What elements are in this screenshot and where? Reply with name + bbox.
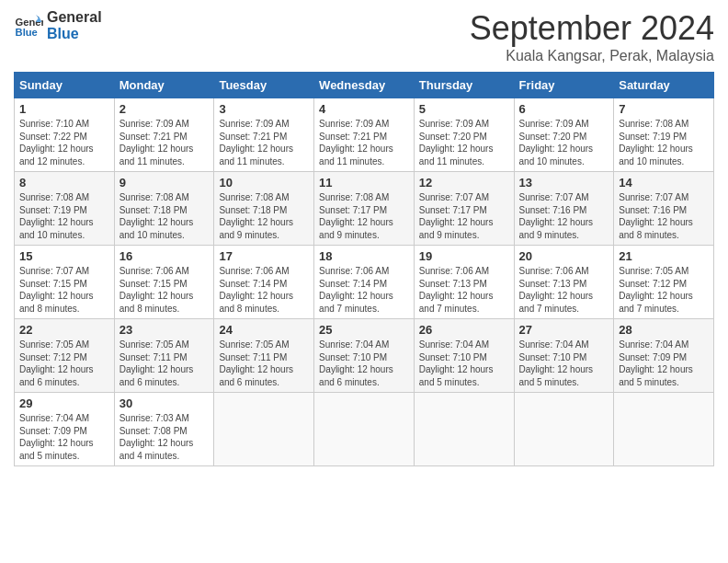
cell-info: Sunrise: 7:09 AM Sunset: 7:20 PM Dayligh…: [419, 118, 509, 167]
day-number: 7: [619, 102, 709, 116]
calendar-cell: 9Sunrise: 7:08 AM Sunset: 7:18 PM Daylig…: [114, 172, 214, 246]
calendar-cell: 27Sunrise: 7:04 AM Sunset: 7:10 PM Dayli…: [514, 319, 614, 393]
calendar-cell: 4Sunrise: 7:09 AM Sunset: 7:21 PM Daylig…: [314, 98, 415, 172]
calendar-cell: 19Sunrise: 7:06 AM Sunset: 7:13 PM Dayli…: [414, 246, 514, 319]
day-number: 24: [219, 323, 309, 337]
day-number: 4: [319, 102, 409, 116]
day-number: 14: [619, 176, 709, 190]
cell-info: Sunrise: 7:08 AM Sunset: 7:18 PM Dayligh…: [219, 191, 309, 241]
calendar-cell: 22Sunrise: 7:05 AM Sunset: 7:12 PM Dayli…: [15, 319, 115, 393]
calendar-cell: 10Sunrise: 7:08 AM Sunset: 7:18 PM Dayli…: [214, 172, 314, 246]
calendar-cell: 8Sunrise: 7:08 AM Sunset: 7:19 PM Daylig…: [15, 172, 115, 246]
calendar-cell: 2Sunrise: 7:09 AM Sunset: 7:21 PM Daylig…: [114, 98, 214, 172]
cell-info: Sunrise: 7:07 AM Sunset: 7:17 PM Dayligh…: [419, 191, 509, 241]
calendar-cell: 13Sunrise: 7:07 AM Sunset: 7:16 PM Dayli…: [514, 172, 614, 246]
calendar-cell: 3Sunrise: 7:09 AM Sunset: 7:21 PM Daylig…: [214, 98, 314, 172]
cell-info: Sunrise: 7:06 AM Sunset: 7:13 PM Dayligh…: [519, 265, 609, 315]
cell-info: Sunrise: 7:04 AM Sunset: 7:10 PM Dayligh…: [419, 339, 509, 388]
day-number: 12: [419, 176, 509, 190]
calendar-cell: [214, 393, 314, 466]
weekday-header-friday: Friday: [514, 73, 614, 98]
cell-info: Sunrise: 7:06 AM Sunset: 7:15 PM Dayligh…: [119, 265, 210, 315]
calendar-week-row: 15Sunrise: 7:07 AM Sunset: 7:15 PM Dayli…: [15, 246, 714, 319]
cell-info: Sunrise: 7:10 AM Sunset: 7:22 PM Dayligh…: [19, 118, 109, 167]
cell-info: Sunrise: 7:07 AM Sunset: 7:16 PM Dayligh…: [519, 191, 609, 241]
calendar-cell: 11Sunrise: 7:08 AM Sunset: 7:17 PM Dayli…: [314, 172, 415, 246]
day-number: 26: [419, 323, 509, 337]
cell-info: Sunrise: 7:06 AM Sunset: 7:14 PM Dayligh…: [319, 265, 409, 315]
cell-info: Sunrise: 7:06 AM Sunset: 7:13 PM Dayligh…: [419, 265, 509, 315]
calendar-cell: [514, 393, 614, 466]
calendar-cell: 14Sunrise: 7:07 AM Sunset: 7:16 PM Dayli…: [614, 172, 714, 246]
day-number: 16: [119, 249, 210, 263]
cell-info: Sunrise: 7:05 AM Sunset: 7:11 PM Dayligh…: [219, 339, 309, 388]
calendar-cell: 28Sunrise: 7:04 AM Sunset: 7:09 PM Dayli…: [614, 319, 714, 393]
calendar-cell: [314, 393, 415, 466]
calendar-cell: 24Sunrise: 7:05 AM Sunset: 7:11 PM Dayli…: [214, 319, 314, 393]
weekday-header-tuesday: Tuesday: [214, 73, 314, 98]
calendar-cell: 17Sunrise: 7:06 AM Sunset: 7:14 PM Dayli…: [214, 246, 314, 319]
weekday-header-row: SundayMondayTuesdayWednesdayThursdayFrid…: [15, 73, 714, 98]
cell-info: Sunrise: 7:09 AM Sunset: 7:20 PM Dayligh…: [519, 118, 609, 167]
day-number: 28: [619, 323, 709, 337]
calendar-cell: 16Sunrise: 7:06 AM Sunset: 7:15 PM Dayli…: [114, 246, 214, 319]
calendar-cell: 15Sunrise: 7:07 AM Sunset: 7:15 PM Dayli…: [15, 246, 115, 319]
day-number: 17: [219, 249, 309, 263]
calendar-week-row: 29Sunrise: 7:04 AM Sunset: 7:09 PM Dayli…: [15, 393, 714, 466]
calendar-cell: 26Sunrise: 7:04 AM Sunset: 7:10 PM Dayli…: [414, 319, 514, 393]
calendar-cell: 25Sunrise: 7:04 AM Sunset: 7:10 PM Dayli…: [314, 319, 415, 393]
cell-info: Sunrise: 7:04 AM Sunset: 7:10 PM Dayligh…: [519, 339, 609, 388]
day-number: 25: [319, 323, 409, 337]
logo-text-line1: General: [47, 9, 102, 26]
calendar-cell: 18Sunrise: 7:06 AM Sunset: 7:14 PM Dayli…: [314, 246, 415, 319]
calendar-cell: 21Sunrise: 7:05 AM Sunset: 7:12 PM Dayli…: [614, 246, 714, 319]
cell-info: Sunrise: 7:08 AM Sunset: 7:18 PM Dayligh…: [119, 191, 210, 241]
calendar-cell: [614, 393, 714, 466]
calendar-cell: 1Sunrise: 7:10 AM Sunset: 7:22 PM Daylig…: [15, 98, 115, 172]
day-number: 5: [419, 102, 509, 116]
day-number: 11: [319, 176, 409, 190]
day-number: 1: [19, 102, 109, 116]
cell-info: Sunrise: 7:09 AM Sunset: 7:21 PM Dayligh…: [119, 118, 210, 167]
day-number: 22: [19, 323, 109, 337]
day-number: 21: [619, 249, 709, 263]
cell-info: Sunrise: 7:07 AM Sunset: 7:15 PM Dayligh…: [19, 265, 109, 315]
cell-info: Sunrise: 7:04 AM Sunset: 7:09 PM Dayligh…: [19, 412, 109, 462]
cell-info: Sunrise: 7:08 AM Sunset: 7:19 PM Dayligh…: [619, 118, 709, 167]
calendar-cell: 20Sunrise: 7:06 AM Sunset: 7:13 PM Dayli…: [514, 246, 614, 319]
cell-info: Sunrise: 7:09 AM Sunset: 7:21 PM Dayligh…: [219, 118, 309, 167]
calendar-cell: 6Sunrise: 7:09 AM Sunset: 7:20 PM Daylig…: [514, 98, 614, 172]
day-number: 30: [119, 396, 210, 410]
calendar-cell: 29Sunrise: 7:04 AM Sunset: 7:09 PM Dayli…: [15, 393, 115, 466]
title-area: September 2024 Kuala Kangsar, Perak, Mal…: [470, 9, 714, 64]
calendar-week-row: 1Sunrise: 7:10 AM Sunset: 7:22 PM Daylig…: [15, 98, 714, 172]
calendar-cell: 7Sunrise: 7:08 AM Sunset: 7:19 PM Daylig…: [614, 98, 714, 172]
cell-info: Sunrise: 7:05 AM Sunset: 7:11 PM Dayligh…: [119, 339, 210, 388]
weekday-header-wednesday: Wednesday: [314, 73, 415, 98]
cell-info: Sunrise: 7:04 AM Sunset: 7:10 PM Dayligh…: [319, 339, 409, 388]
day-number: 20: [519, 249, 609, 263]
cell-info: Sunrise: 7:03 AM Sunset: 7:08 PM Dayligh…: [119, 412, 210, 462]
calendar-week-row: 8Sunrise: 7:08 AM Sunset: 7:19 PM Daylig…: [15, 172, 714, 246]
cell-info: Sunrise: 7:07 AM Sunset: 7:16 PM Dayligh…: [619, 191, 709, 241]
calendar-cell: 30Sunrise: 7:03 AM Sunset: 7:08 PM Dayli…: [114, 393, 214, 466]
day-number: 23: [119, 323, 210, 337]
day-number: 3: [219, 102, 309, 116]
cell-info: Sunrise: 7:05 AM Sunset: 7:12 PM Dayligh…: [619, 265, 709, 315]
day-number: 9: [119, 176, 210, 190]
page-header: General Blue General Blue September 2024…: [14, 9, 714, 64]
day-number: 8: [19, 176, 109, 190]
cell-info: Sunrise: 7:09 AM Sunset: 7:21 PM Dayligh…: [319, 118, 409, 167]
cell-info: Sunrise: 7:05 AM Sunset: 7:12 PM Dayligh…: [19, 339, 109, 388]
cell-info: Sunrise: 7:08 AM Sunset: 7:19 PM Dayligh…: [19, 191, 109, 241]
cell-info: Sunrise: 7:04 AM Sunset: 7:09 PM Dayligh…: [619, 339, 709, 388]
day-number: 19: [419, 249, 509, 263]
logo: General Blue General Blue: [14, 9, 102, 41]
svg-text:Blue: Blue: [16, 27, 38, 38]
calendar-cell: [414, 393, 514, 466]
location: Kuala Kangsar, Perak, Malaysia: [470, 48, 714, 64]
calendar-cell: 5Sunrise: 7:09 AM Sunset: 7:20 PM Daylig…: [414, 98, 514, 172]
cell-info: Sunrise: 7:08 AM Sunset: 7:17 PM Dayligh…: [319, 191, 409, 241]
weekday-header-sunday: Sunday: [15, 73, 115, 98]
day-number: 6: [519, 102, 609, 116]
